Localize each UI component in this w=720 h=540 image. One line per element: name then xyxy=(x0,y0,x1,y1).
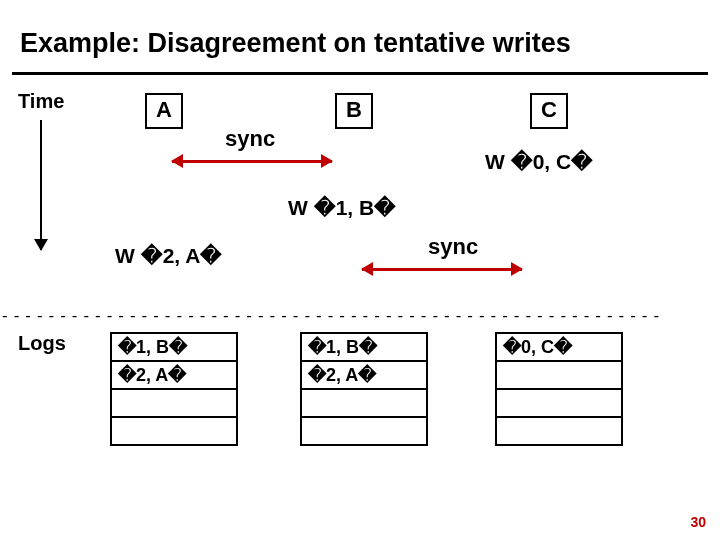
log-cell: �0, C� xyxy=(496,333,622,361)
log-table-a: �1, B� �2, A� xyxy=(110,332,238,446)
log-cell xyxy=(111,389,237,417)
log-cell: �1, B� xyxy=(301,333,427,361)
log-cell xyxy=(496,389,622,417)
event-w0c: W �0, C� xyxy=(485,150,593,174)
event-w1b: W �1, B� xyxy=(288,196,396,220)
slide: Example: Disagreement on tentative write… xyxy=(0,0,720,540)
time-label: Time xyxy=(18,90,64,113)
logs-label: Logs xyxy=(18,332,66,355)
log-cell: �1, B� xyxy=(111,333,237,361)
log-cell xyxy=(301,417,427,445)
time-arrow-icon xyxy=(40,120,42,250)
log-table-c: �0, C� xyxy=(495,332,623,446)
log-cell xyxy=(111,417,237,445)
log-cell: �2, A� xyxy=(111,361,237,389)
node-a-box: A xyxy=(145,93,183,129)
sync-arrow-bc-icon xyxy=(362,268,522,271)
slide-title: Example: Disagreement on tentative write… xyxy=(20,28,571,59)
section-separator: ----------------------------------------… xyxy=(0,306,720,325)
log-cell: �2, A� xyxy=(301,361,427,389)
title-divider xyxy=(12,72,708,75)
log-cell xyxy=(496,417,622,445)
node-b-box: B xyxy=(335,93,373,129)
log-table-b: �1, B� �2, A� xyxy=(300,332,428,446)
node-c-box: C xyxy=(530,93,568,129)
log-cell xyxy=(301,389,427,417)
sync-label-ab: sync xyxy=(225,126,275,152)
sync-label-bc: sync xyxy=(428,234,478,260)
page-number: 30 xyxy=(690,514,706,530)
log-cell xyxy=(496,361,622,389)
sync-arrow-ab-icon xyxy=(172,160,332,163)
event-w2a: W �2, A� xyxy=(115,244,222,268)
